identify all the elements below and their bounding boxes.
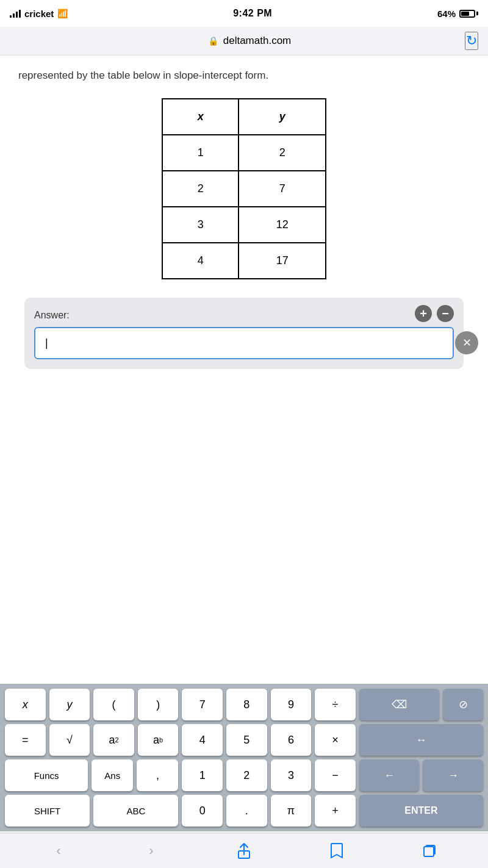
table-row: 312 bbox=[162, 207, 326, 243]
table-row: 12 bbox=[162, 135, 326, 171]
wifi-icon: 📶 bbox=[57, 9, 68, 18]
key-divide[interactable]: ÷ bbox=[315, 689, 356, 720]
key-a-squared[interactable]: a2 bbox=[93, 724, 134, 756]
data-table-wrapper: x y 1227312417 bbox=[18, 98, 470, 279]
kb-mid-3: 1 2 3 − bbox=[182, 759, 355, 791]
key-minus[interactable]: − bbox=[315, 759, 356, 791]
key-open-paren[interactable]: ( bbox=[93, 689, 134, 720]
math-keyboard: x y ( ) 7 8 9 ÷ ⌫ ⊘ = √ a2 ab 4 5 6 × bbox=[0, 684, 488, 831]
key-comma[interactable]: , bbox=[137, 759, 178, 791]
kb-right-1: ⌫ ⊘ bbox=[359, 689, 483, 720]
carrier-label: cricket bbox=[24, 9, 54, 19]
key-x[interactable]: x bbox=[5, 689, 46, 720]
kb-mid-1: 7 8 9 ÷ bbox=[182, 689, 355, 720]
status-left: cricket 📶 bbox=[10, 9, 68, 19]
back-button[interactable]: ‹ bbox=[43, 839, 74, 863]
key-backspace[interactable]: ⌫ bbox=[359, 689, 439, 720]
signal-bars-icon bbox=[10, 9, 21, 18]
answer-label: Answer: bbox=[34, 310, 454, 321]
key-abc[interactable]: ABC bbox=[93, 795, 178, 827]
svg-rect-1 bbox=[424, 847, 434, 856]
share-button[interactable] bbox=[229, 839, 259, 863]
key-enter[interactable]: ENTER bbox=[359, 795, 483, 827]
browser-bar: 🔒 deltamath.com ↻ bbox=[0, 27, 488, 56]
key-2[interactable]: 2 bbox=[226, 759, 267, 791]
key-4[interactable]: 4 bbox=[182, 724, 223, 756]
browser-url[interactable]: 🔒 deltamath.com bbox=[34, 35, 465, 47]
forward-button[interactable]: › bbox=[136, 839, 167, 863]
table-header-x: x bbox=[162, 99, 239, 135]
refresh-button[interactable]: ↻ bbox=[465, 32, 478, 50]
answer-input[interactable] bbox=[34, 327, 454, 359]
keyboard-row-2: = √ a2 ab 4 5 6 × ↔ bbox=[5, 724, 483, 756]
table-cell-2-0: 3 bbox=[162, 207, 239, 243]
table-row: 417 bbox=[162, 243, 326, 279]
key-clear[interactable]: ⊘ bbox=[443, 689, 483, 720]
kb-right-3: ← → bbox=[359, 759, 483, 791]
key-7[interactable]: 7 bbox=[182, 689, 223, 720]
answer-input-wrapper: ✕ bbox=[34, 327, 454, 359]
kb-mid-4: 0 . π + bbox=[182, 795, 355, 827]
key-pi[interactable]: π bbox=[271, 795, 312, 827]
kb-left-2: = √ a2 ab bbox=[5, 724, 178, 756]
table-cell-1-1: 7 bbox=[239, 171, 326, 207]
keyboard-row-3: Funcs Ans , 1 2 3 − ← → bbox=[5, 759, 483, 791]
key-5[interactable]: 5 bbox=[226, 724, 267, 756]
kb-mid-2: 4 5 6 × bbox=[182, 724, 355, 756]
key-swap[interactable]: ↔ bbox=[359, 724, 483, 756]
table-cell-2-1: 12 bbox=[239, 207, 326, 243]
answer-controls: + − bbox=[415, 305, 454, 322]
remove-field-button[interactable]: − bbox=[437, 305, 454, 322]
key-right-arrow[interactable]: → bbox=[423, 759, 483, 791]
key-9[interactable]: 9 bbox=[271, 689, 312, 720]
answer-container: + − Answer: ✕ bbox=[24, 298, 464, 369]
lock-icon: 🔒 bbox=[208, 36, 218, 46]
keyboard-row-4: SHIFT ABC 0 . π + ENTER bbox=[5, 795, 483, 827]
data-table: x y 1227312417 bbox=[162, 98, 326, 279]
table-header-y: y bbox=[239, 99, 326, 135]
status-right: 64% bbox=[437, 9, 478, 19]
kb-right-2: ↔ bbox=[359, 724, 483, 756]
kb-left-4: SHIFT ABC bbox=[5, 795, 178, 827]
key-multiply[interactable]: × bbox=[315, 724, 356, 756]
kb-left-1: x y ( ) bbox=[5, 689, 178, 720]
table-cell-0-0: 1 bbox=[162, 135, 239, 171]
clear-button[interactable]: ✕ bbox=[455, 331, 478, 354]
kb-left-3: Funcs Ans , bbox=[5, 759, 178, 791]
key-8[interactable]: 8 bbox=[226, 689, 267, 720]
key-6[interactable]: 6 bbox=[271, 724, 312, 756]
key-decimal[interactable]: . bbox=[226, 795, 267, 827]
tabs-button[interactable] bbox=[414, 839, 445, 863]
add-field-button[interactable]: + bbox=[415, 305, 432, 322]
status-bar: cricket 📶 9:42 PM 64% bbox=[0, 0, 488, 27]
battery-icon bbox=[459, 10, 478, 18]
key-0[interactable]: 0 bbox=[182, 795, 223, 827]
table-cell-0-1: 2 bbox=[239, 135, 326, 171]
key-a-power-b[interactable]: ab bbox=[138, 724, 179, 756]
key-sqrt[interactable]: √ bbox=[49, 724, 90, 756]
key-close-paren[interactable]: ) bbox=[138, 689, 179, 720]
table-cell-1-0: 2 bbox=[162, 171, 239, 207]
key-funcs[interactable]: Funcs bbox=[5, 759, 88, 791]
table-cell-3-1: 17 bbox=[239, 243, 326, 279]
key-plus[interactable]: + bbox=[315, 795, 356, 827]
table-row: 27 bbox=[162, 171, 326, 207]
battery-percent: 64% bbox=[437, 9, 456, 19]
bottom-nav: ‹ › bbox=[0, 833, 488, 868]
kb-right-4: ENTER bbox=[359, 795, 483, 827]
key-1[interactable]: 1 bbox=[182, 759, 223, 791]
key-left-arrow[interactable]: ← bbox=[359, 759, 420, 791]
table-cell-3-0: 4 bbox=[162, 243, 239, 279]
problem-text: represented by the table below in slope-… bbox=[18, 68, 470, 84]
bookmarks-button[interactable] bbox=[321, 839, 352, 863]
key-equals[interactable]: = bbox=[5, 724, 46, 756]
time-display: 9:42 PM bbox=[233, 8, 272, 19]
key-ans[interactable]: Ans bbox=[92, 759, 133, 791]
content-area: represented by the table below in slope-… bbox=[0, 56, 488, 452]
key-shift[interactable]: SHIFT bbox=[5, 795, 90, 827]
keyboard-row-1: x y ( ) 7 8 9 ÷ ⌫ ⊘ bbox=[5, 689, 483, 720]
key-y[interactable]: y bbox=[49, 689, 90, 720]
key-3[interactable]: 3 bbox=[271, 759, 312, 791]
url-text: deltamath.com bbox=[223, 35, 292, 47]
